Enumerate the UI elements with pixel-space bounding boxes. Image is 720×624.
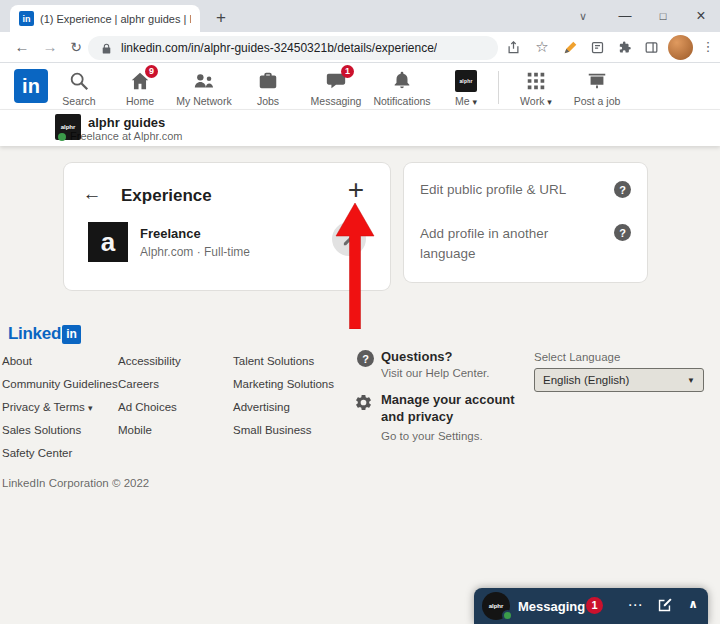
chevron-up-icon[interactable]: ∧ bbox=[683, 597, 703, 611]
browser-profile-avatar[interactable] bbox=[668, 35, 693, 60]
copyright: LinkedIn Corporation © 2022 bbox=[2, 477, 149, 489]
overflow-menu-icon[interactable]: ⋯ bbox=[624, 596, 646, 614]
grid-icon bbox=[525, 70, 547, 92]
manage-account-subtitle[interactable]: Go to your Settings. bbox=[381, 430, 483, 442]
nav-item-jobs[interactable]: Jobs bbox=[235, 70, 301, 107]
browser-menu-icon[interactable]: ⋮ bbox=[698, 35, 718, 59]
bookmark-star-button[interactable]: ☆ bbox=[532, 35, 552, 59]
dropdown-caret-icon: ▼ bbox=[687, 376, 695, 385]
close-button[interactable]: × bbox=[682, 1, 720, 31]
linkedin-logo[interactable]: in bbox=[14, 69, 48, 103]
share-icon[interactable] bbox=[505, 39, 521, 55]
address-bar[interactable]: linkedin.com/in/alphr-guides-32450321b/d… bbox=[88, 36, 498, 60]
bell-icon bbox=[391, 70, 413, 92]
notes-extension-icon[interactable] bbox=[588, 38, 607, 57]
footer-link-ad-choices[interactable]: Ad Choices bbox=[118, 401, 177, 413]
language-selected-value: English (English) bbox=[543, 374, 629, 386]
nav-item-home[interactable]: 9 Home bbox=[107, 70, 173, 107]
linkedin-nav: in Search 9 Home My Network Jobs 1 Messa… bbox=[0, 63, 720, 110]
help-icon[interactable]: ? bbox=[614, 224, 631, 241]
nav-item-my-network[interactable]: My Network bbox=[171, 70, 237, 107]
experience-role[interactable]: Freelance bbox=[140, 226, 201, 241]
briefcase-icon bbox=[257, 70, 279, 92]
network-icon bbox=[193, 70, 215, 92]
footer-link-talent-solutions[interactable]: Talent Solutions bbox=[233, 355, 314, 367]
nav-label: Post a job bbox=[574, 95, 621, 107]
annotation-arrow bbox=[333, 203, 377, 329]
browser-tab[interactable]: in (1) Experience | alphr guides | Lin bbox=[10, 5, 200, 32]
experience-title: Experience bbox=[121, 186, 212, 206]
footer-link-accessibility[interactable]: Accessibility bbox=[118, 355, 181, 367]
nav-item-post-job[interactable]: Post a job bbox=[564, 70, 630, 107]
compose-icon[interactable] bbox=[656, 597, 673, 614]
search-icon bbox=[68, 70, 90, 92]
profile-status: Freelance at Alphr.com bbox=[70, 130, 183, 142]
experience-meta: Alphr.com · Full-time bbox=[140, 245, 250, 259]
edit-public-profile-link[interactable]: Edit public profile & URL bbox=[420, 182, 566, 197]
footer-logo-in: in bbox=[62, 325, 81, 344]
footer-link-marketing-solutions[interactable]: Marketing Solutions bbox=[233, 378, 334, 390]
new-tab-button[interactable]: + bbox=[208, 5, 234, 31]
chat-icon: 1 bbox=[325, 70, 347, 92]
tab-title: (1) Experience | alphr guides | Lin bbox=[40, 13, 191, 25]
site-info-icon[interactable] bbox=[98, 40, 114, 56]
footer-link-community-guidelines[interactable]: Community Guidelines bbox=[2, 378, 118, 390]
gear-icon bbox=[354, 393, 373, 412]
add-experience-button[interactable]: + bbox=[340, 174, 372, 206]
profile-name: alphr guides bbox=[88, 115, 165, 130]
nav-item-messaging[interactable]: 1 Messaging bbox=[303, 70, 369, 107]
extensions-puzzle-icon[interactable] bbox=[615, 38, 634, 57]
chevron-down-icon: ▾ bbox=[547, 97, 552, 107]
nav-label: Me ▾ bbox=[455, 95, 477, 107]
footer-link-sales-solutions[interactable]: Sales Solutions bbox=[2, 424, 81, 436]
nav-item-search[interactable]: Search bbox=[46, 70, 112, 107]
footer-link-advertising[interactable]: Advertising bbox=[233, 401, 290, 413]
language-select[interactable]: English (English) ▼ bbox=[534, 368, 704, 392]
footer-link-careers[interactable]: Careers bbox=[118, 378, 159, 390]
footer-link-safety-center[interactable]: Safety Center bbox=[2, 447, 72, 459]
linkedin-favicon-icon: in bbox=[19, 11, 34, 26]
forward-button[interactable]: → bbox=[38, 35, 62, 59]
refresh-button[interactable]: ↻ bbox=[64, 35, 88, 59]
manage-account-title[interactable]: Manage your account and privacy bbox=[381, 391, 531, 425]
presence-dot bbox=[58, 133, 66, 141]
questions-title[interactable]: Questions? bbox=[381, 349, 453, 364]
messaging-widget-label[interactable]: Messaging bbox=[518, 599, 585, 614]
add-profile-language-link[interactable]: Add profile in another language bbox=[420, 224, 575, 264]
help-icon[interactable]: ? bbox=[614, 181, 631, 198]
home-icon: 9 bbox=[129, 70, 151, 92]
nav-item-notifications[interactable]: Notifications bbox=[369, 70, 435, 107]
minimize-button[interactable]: — bbox=[606, 1, 644, 31]
tab-search-icon[interactable]: ∨ bbox=[564, 1, 602, 31]
work-label: Work bbox=[520, 95, 544, 107]
nav-label: My Network bbox=[176, 95, 231, 107]
maximize-button[interactable]: □ bbox=[644, 1, 682, 31]
nav-divider bbox=[498, 71, 499, 104]
questions-subtitle[interactable]: Visit our Help Center. bbox=[381, 367, 489, 379]
nav-item-work[interactable]: Work ▾ bbox=[503, 70, 569, 107]
side-panel-icon[interactable] bbox=[642, 38, 661, 57]
footer-link-privacy-terms[interactable]: Privacy & Terms ▾ bbox=[2, 401, 93, 413]
job-board-icon bbox=[586, 70, 608, 92]
nav-label: Jobs bbox=[257, 95, 279, 107]
page-body: ← Experience + a Freelance Alphr.com · F… bbox=[0, 146, 720, 624]
url-text[interactable]: linkedin.com/in/alphr-guides-32450321b/d… bbox=[121, 41, 437, 55]
messaging-widget[interactable]: alphr Messaging 1 ⋯ ∧ bbox=[474, 588, 708, 624]
nav-label: Work ▾ bbox=[520, 95, 552, 107]
marker-pen-extension-icon[interactable] bbox=[560, 38, 579, 57]
nav-item-me[interactable]: alphr Me ▾ bbox=[433, 70, 499, 107]
nav-label: Notifications bbox=[373, 95, 430, 107]
footer-link-mobile[interactable]: Mobile bbox=[118, 424, 152, 436]
chevron-down-icon: ▾ bbox=[88, 403, 93, 413]
presence-dot bbox=[502, 610, 513, 621]
back-arrow-button[interactable]: ← bbox=[80, 183, 104, 205]
nav-label: Search bbox=[62, 95, 95, 107]
messaging-widget-badge: 1 bbox=[586, 597, 603, 614]
back-button[interactable]: ← bbox=[10, 35, 34, 59]
footer-link-small-business[interactable]: Small Business bbox=[233, 424, 312, 436]
nav-label: Messaging bbox=[311, 95, 362, 107]
language-label: Select Language bbox=[534, 351, 620, 363]
footer-link-label: Privacy & Terms bbox=[2, 401, 85, 413]
footer-logo[interactable]: Linked in bbox=[8, 324, 81, 344]
footer-link-about[interactable]: About bbox=[2, 355, 32, 367]
